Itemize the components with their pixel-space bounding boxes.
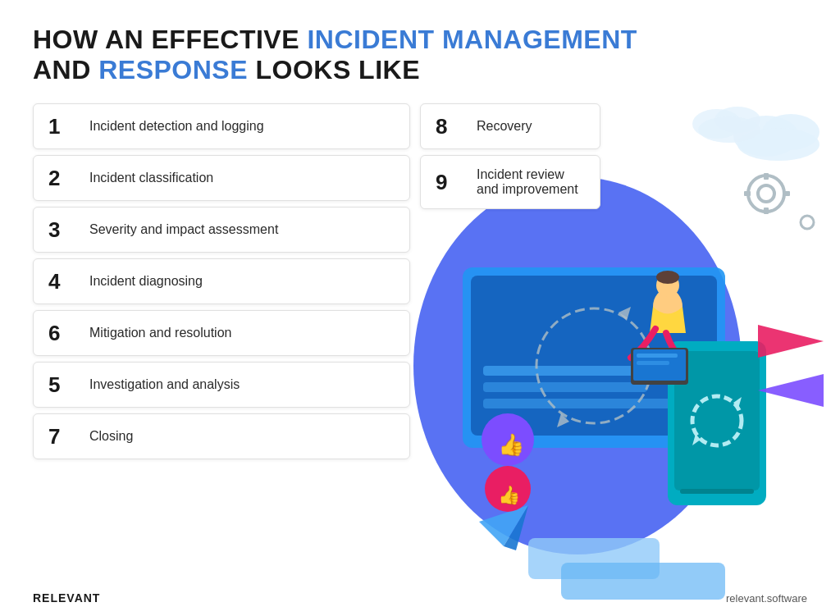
- svg-point-9: [692, 396, 742, 445]
- item-number: 4: [48, 271, 78, 292]
- svg-rect-8: [674, 351, 760, 491]
- title-line1-black: HOW AN EFFECTIVE: [33, 25, 307, 54]
- item-number: 5: [48, 374, 78, 395]
- svg-marker-33: [758, 325, 824, 358]
- title-block: HOW AN EFFECTIVE INCIDENT MANAGEMENT AND…: [33, 25, 807, 85]
- svg-rect-46: [783, 191, 790, 196]
- item-number: 6: [48, 322, 78, 344]
- svg-marker-34: [758, 374, 824, 407]
- svg-rect-20: [637, 354, 678, 358]
- title-line2-black2: LOOKS LIKE: [248, 55, 420, 84]
- main-title: HOW AN EFFECTIVE INCIDENT MANAGEMENT AND…: [33, 25, 807, 85]
- item-label: Severity and impact assessment: [89, 222, 278, 237]
- svg-rect-18: [631, 348, 688, 385]
- item-label: Mitigation and resolution: [89, 326, 231, 340]
- right-column: 8 Recovery 9 Incident review and improve…: [420, 103, 600, 459]
- svg-rect-10: [680, 489, 754, 494]
- left-list-item: 7 Closing: [33, 413, 410, 459]
- item-label: Incident diagnosing: [89, 274, 203, 289]
- footer-url: relevant.software: [726, 592, 807, 605]
- item-label: Recovery: [477, 119, 532, 134]
- svg-point-15: [653, 289, 682, 325]
- footer: RELEVANT relevant.software: [33, 591, 807, 605]
- item-label: Investigation and analysis: [89, 377, 240, 392]
- right-list-item: 9 Incident review and improvement: [420, 155, 600, 209]
- left-list-item: 3 Severity and impact assessment: [33, 207, 410, 253]
- item-label: Incident classification: [89, 171, 213, 185]
- content-area: 1 Incident detection and logging 2 Incid…: [33, 103, 807, 459]
- left-column: 1 Incident detection and logging 2 Incid…: [33, 103, 410, 459]
- svg-point-48: [801, 216, 814, 229]
- svg-point-42: [758, 185, 774, 202]
- svg-point-36: [762, 114, 819, 150]
- svg-text:👍: 👍: [498, 484, 521, 506]
- svg-rect-45: [744, 191, 751, 196]
- svg-point-35: [733, 116, 799, 157]
- svg-point-41: [748, 176, 784, 212]
- svg-point-17: [656, 271, 679, 284]
- item-label: Incident detection and logging: [89, 119, 264, 134]
- svg-rect-43: [764, 173, 769, 180]
- svg-rect-19: [633, 349, 686, 381]
- item-label: Incident review and improvement: [477, 167, 585, 197]
- item-number: 2: [48, 167, 78, 189]
- item-label: Closing: [89, 429, 133, 444]
- svg-point-38: [692, 109, 742, 139]
- svg-marker-12: [504, 505, 528, 550]
- item-number: 3: [48, 219, 78, 240]
- svg-rect-13: [528, 538, 660, 579]
- item-number: 8: [436, 116, 465, 137]
- svg-rect-7: [668, 341, 766, 505]
- svg-rect-44: [764, 208, 769, 214]
- svg-marker-11: [479, 505, 528, 546]
- item-number: 1: [48, 116, 78, 137]
- svg-point-40: [698, 116, 760, 143]
- left-list-item: 2 Incident classification: [33, 155, 410, 201]
- left-list-item: 1 Incident detection and logging: [33, 103, 410, 149]
- page-wrapper: HOW AN EFFECTIVE INCIDENT MANAGEMENT AND…: [0, 0, 840, 616]
- svg-point-37: [737, 128, 819, 161]
- item-number: 9: [436, 171, 465, 193]
- title-line2-black: AND: [33, 55, 98, 84]
- svg-point-31: [485, 466, 531, 512]
- svg-rect-21: [637, 361, 669, 365]
- title-line2-blue: RESPONSE: [98, 55, 248, 84]
- item-number: 7: [48, 426, 78, 447]
- title-line1-blue: INCIDENT MANAGEMENT: [307, 25, 637, 54]
- left-list-item: 6 Mitigation and resolution: [33, 310, 410, 356]
- right-list-item: 8 Recovery: [420, 103, 600, 149]
- svg-point-16: [656, 274, 679, 297]
- svg-point-39: [714, 107, 760, 133]
- footer-brand: RELEVANT: [33, 591, 100, 605]
- left-list-item: 4 Incident diagnosing: [33, 258, 410, 304]
- left-list-item: 5 Investigation and analysis: [33, 362, 410, 408]
